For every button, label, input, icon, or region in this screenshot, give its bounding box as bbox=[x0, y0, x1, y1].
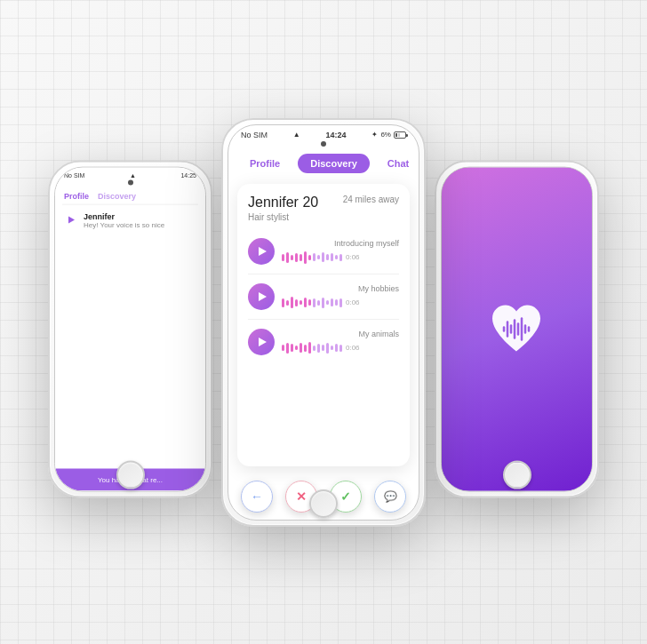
left-play-icon bbox=[68, 217, 75, 224]
profile-occupation: Hair stylist bbox=[248, 212, 318, 222]
accept-icon: ✓ bbox=[340, 489, 351, 504]
left-tab-profile[interactable]: Profile bbox=[64, 191, 89, 200]
track-label-3: My animals bbox=[282, 330, 399, 338]
phone-center: No SIM ▲ 14:24 ✦ 6% bbox=[221, 118, 426, 527]
left-camera bbox=[128, 179, 133, 185]
message-button[interactable]: 💬 bbox=[374, 481, 406, 513]
center-home-button[interactable] bbox=[309, 489, 338, 518]
heart-logo bbox=[488, 302, 546, 355]
audio-track-3: My animals bbox=[248, 322, 399, 362]
track-duration-2: 0:06 bbox=[346, 298, 360, 306]
left-chat-item[interactable]: Jennifer Hey! Your voice is so nice bbox=[55, 204, 205, 235]
phone-right-inner bbox=[441, 166, 593, 491]
left-chat-message: Hey! Your voice is so nice bbox=[84, 220, 164, 228]
play-icon-2 bbox=[259, 292, 267, 301]
phone-center-inner: No SIM ▲ 14:24 ✦ 6% bbox=[228, 124, 419, 521]
phone-right bbox=[435, 160, 599, 497]
track-duration-1: 0:06 bbox=[346, 253, 360, 261]
center-carrier: No SIM bbox=[241, 131, 268, 139]
left-tab-discovery[interactable]: Discovery bbox=[98, 191, 136, 200]
bluetooth-icon: ✦ bbox=[371, 131, 378, 139]
center-screen: No SIM ▲ 14:24 ✦ 6% bbox=[228, 125, 419, 520]
battery-level: 6% bbox=[380, 131, 391, 139]
left-screen: No SIM ▲ 14:25 Profile Discovery Jennife… bbox=[55, 167, 205, 490]
waveform-1 bbox=[282, 251, 342, 264]
left-status-bar: No SIM ▲ 14:25 bbox=[55, 167, 205, 179]
left-nav: Profile Discovery bbox=[55, 187, 205, 203]
right-home-button[interactable] bbox=[503, 460, 531, 489]
scene: No SIM ▲ 14:25 Profile Discovery Jennife… bbox=[0, 0, 647, 644]
tab-profile[interactable]: Profile bbox=[237, 154, 292, 173]
track-info-1: Introducing myself bbox=[282, 239, 399, 264]
track-label-2: My hobbies bbox=[282, 284, 399, 293]
track-divider-2 bbox=[248, 319, 399, 320]
phone-left: No SIM ▲ 14:25 Profile Discovery Jennife… bbox=[48, 160, 212, 497]
right-screen bbox=[442, 167, 592, 490]
left-play-button[interactable] bbox=[64, 213, 78, 227]
heart-icon bbox=[488, 302, 546, 355]
center-nav-tabs: Profile Discovery Chat bbox=[228, 148, 419, 179]
audio-track-2: My hobbies bbox=[248, 276, 399, 317]
profile-header: Jennifer 20 Hair stylist 24 miles away bbox=[248, 195, 399, 222]
left-carrier: No SIM bbox=[64, 171, 84, 178]
track-label-1: Introducing myself bbox=[282, 239, 399, 248]
play-icon-3 bbox=[259, 338, 267, 346]
waveform-3 bbox=[282, 342, 342, 354]
profile-card: Jennifer 20 Hair stylist 24 miles away bbox=[237, 184, 410, 466]
profile-distance: 24 miles away bbox=[343, 195, 399, 204]
phone-left-inner: No SIM ▲ 14:25 Profile Discovery Jennife… bbox=[54, 166, 206, 491]
left-wifi-icon: ▲ bbox=[130, 171, 136, 178]
reject-icon: ✕ bbox=[296, 489, 307, 504]
left-home-button[interactable] bbox=[116, 460, 145, 489]
track-duration-3: 0:06 bbox=[346, 344, 360, 352]
profile-name: Jennifer 20 bbox=[248, 195, 318, 211]
left-time: 14:25 bbox=[180, 171, 196, 178]
center-camera bbox=[321, 141, 326, 147]
back-button[interactable]: ← bbox=[241, 481, 273, 513]
play-button-3[interactable] bbox=[248, 329, 275, 355]
left-chat-name: Jennifer bbox=[84, 211, 164, 220]
profile-info: Jennifer 20 Hair stylist bbox=[248, 195, 318, 222]
center-status-bar: No SIM ▲ 14:24 ✦ 6% bbox=[228, 125, 419, 141]
center-wifi-icon: ▲ bbox=[293, 131, 300, 139]
profile-name-text: Jennifer bbox=[248, 195, 299, 210]
track-info-3: My animals bbox=[282, 330, 399, 354]
track-divider-1 bbox=[248, 274, 399, 274]
tab-discovery[interactable]: Discovery bbox=[298, 154, 370, 173]
track-info-2: My hobbies bbox=[282, 284, 399, 309]
waveform-2 bbox=[282, 297, 342, 309]
left-chat-text: Jennifer Hey! Your voice is so nice bbox=[84, 211, 164, 228]
play-button-1[interactable] bbox=[248, 238, 275, 265]
back-icon: ← bbox=[251, 489, 263, 504]
battery-icon bbox=[394, 131, 406, 139]
play-button-2[interactable] bbox=[248, 283, 275, 310]
play-icon-1 bbox=[259, 247, 267, 256]
center-time: 14:24 bbox=[326, 131, 347, 139]
profile-age: 20 bbox=[302, 195, 318, 210]
audio-track-1: Introducing myself bbox=[248, 231, 399, 272]
center-status-right: ✦ 6% bbox=[371, 131, 406, 139]
tab-chat[interactable]: Chat bbox=[375, 154, 419, 173]
message-icon: 💬 bbox=[384, 490, 397, 503]
